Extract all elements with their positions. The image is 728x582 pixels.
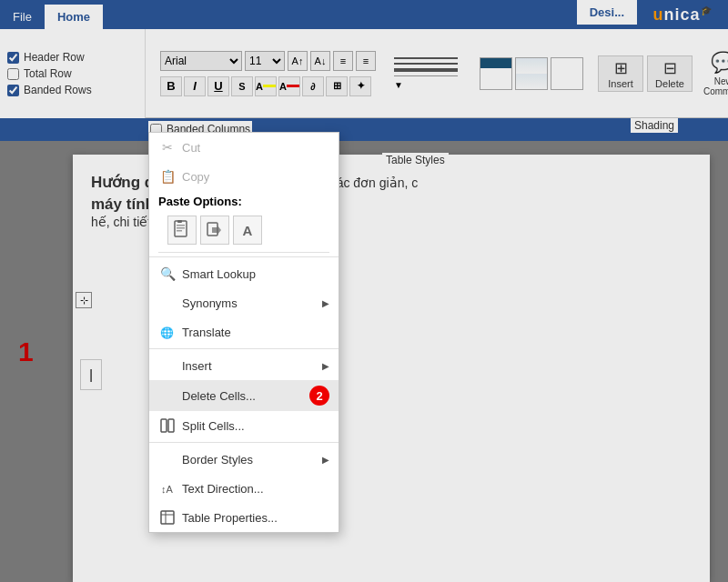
- ctx-text-direction[interactable]: ↕A Text Direction...: [149, 474, 339, 503]
- copy-icon: 📋: [158, 167, 177, 186]
- svg-rect-4: [177, 220, 182, 223]
- ctx-split-cells-label: Split Cells...: [182, 419, 245, 433]
- ctx-paste-header: Paste Options:: [158, 195, 329, 208]
- ctx-translate-label: Translate: [182, 326, 231, 339]
- ctx-sep-2: [149, 348, 339, 349]
- context-menu-overlay: [0, 0, 728, 582]
- synonyms-arrow: ▶: [322, 298, 329, 308]
- ctx-text-direction-left: ↕A Text Direction...: [158, 479, 264, 497]
- paste-keep-source[interactable]: [167, 216, 197, 245]
- svg-rect-3: [177, 230, 182, 232]
- paste-merge[interactable]: [200, 216, 229, 245]
- insert-ctx-icon: [158, 356, 177, 375]
- ctx-copy-left: 📋 Copy: [158, 167, 209, 186]
- split-cells-svg: [160, 418, 175, 433]
- split-cells-icon: [158, 416, 177, 435]
- ctx-cut-left: ✂ Cut: [158, 138, 200, 156]
- svg-text:↕A: ↕A: [161, 484, 174, 495]
- ctx-insert-left: Insert: [158, 356, 212, 375]
- ctx-delete-cells-label: Delete Cells...: [182, 389, 256, 403]
- ctx-border-styles-label: Border Styles: [182, 453, 253, 467]
- ctx-insert-label: Insert: [182, 359, 212, 373]
- synonyms-icon: [158, 294, 177, 312]
- ctx-table-properties-left: Table Properties...: [158, 508, 278, 527]
- delete-cells-icon: [158, 386, 177, 405]
- border-styles-icon: [158, 450, 177, 468]
- context-menu: ✂ Cut 📋 Copy Paste Options:: [148, 132, 339, 533]
- border-styles-arrow: ▶: [322, 455, 329, 465]
- step2-badge: 2: [309, 386, 329, 406]
- svg-rect-1: [177, 225, 185, 226]
- ctx-border-styles[interactable]: Border Styles ▶: [149, 445, 339, 474]
- ctx-smart-lookup-left: 🔍 Smart Lookup: [158, 265, 256, 283]
- ctx-split-cells[interactable]: Split Cells...: [149, 411, 339, 440]
- ctx-table-properties-label: Table Properties...: [182, 511, 278, 525]
- svg-rect-7: [161, 419, 167, 432]
- ctx-sep-3: [149, 442, 339, 443]
- ctx-delete-cells-left: Delete Cells...: [158, 386, 256, 405]
- svg-rect-2: [177, 227, 185, 229]
- smart-lookup-icon: 🔍: [158, 265, 177, 283]
- ctx-cut[interactable]: ✂ Cut: [149, 133, 339, 162]
- ctx-translate-left: 🌐 Translate: [158, 323, 231, 341]
- ctx-copy[interactable]: 📋 Copy: [149, 162, 339, 191]
- ctx-synonyms-left: Synonyms: [158, 294, 238, 312]
- svg-rect-10: [161, 511, 174, 524]
- paste-icon-2: [205, 220, 225, 240]
- ctx-split-cells-left: Split Cells...: [158, 416, 245, 435]
- insert-arrow: ▶: [322, 361, 329, 371]
- ctx-cut-label: Cut: [182, 141, 200, 155]
- ctx-table-properties[interactable]: Table Properties...: [149, 503, 339, 532]
- ctx-sep-1: [149, 256, 339, 257]
- svg-text:🌐: 🌐: [160, 326, 174, 339]
- paste-text-only[interactable]: A: [233, 216, 262, 245]
- ctx-smart-lookup[interactable]: 🔍 Smart Lookup: [149, 259, 339, 288]
- ctx-translate[interactable]: 🌐 Translate: [149, 317, 339, 346]
- table-properties-icon: [158, 508, 177, 527]
- text-direction-icon: ↕A: [158, 479, 177, 497]
- ctx-text-direction-label: Text Direction...: [182, 482, 264, 496]
- ctx-paste-icons: A: [158, 212, 329, 253]
- ctx-border-styles-left: Border Styles: [158, 450, 253, 468]
- translate-icon: 🌐: [158, 323, 177, 341]
- paste-icon-1: [172, 220, 192, 240]
- svg-rect-8: [168, 419, 174, 432]
- ctx-insert[interactable]: Insert ▶: [149, 351, 339, 380]
- ctx-synonyms[interactable]: Synonyms ▶: [149, 288, 339, 317]
- ctx-smart-lookup-label: Smart Lookup: [182, 267, 256, 281]
- cut-icon: ✂: [158, 138, 177, 156]
- paste-text-only-label: A: [243, 223, 253, 238]
- ctx-paste-section: Paste Options: A: [149, 191, 339, 255]
- ctx-delete-cells[interactable]: Delete Cells... 2: [149, 380, 339, 411]
- ctx-synonyms-label: Synonyms: [182, 296, 238, 310]
- ctx-copy-label: Copy: [182, 170, 209, 184]
